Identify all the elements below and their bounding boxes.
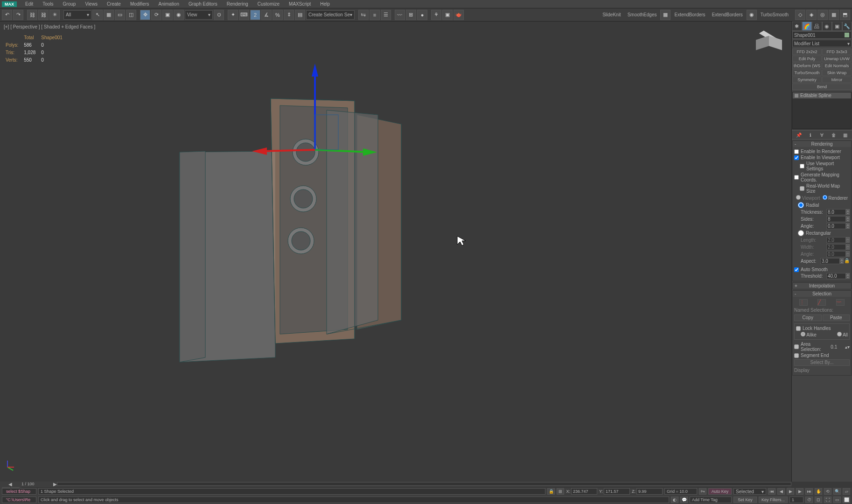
tab-create[interactable]: ✱ xyxy=(792,21,802,31)
radial-radio[interactable] xyxy=(798,202,804,208)
mod-edit-poly[interactable]: Edit Poly xyxy=(792,56,822,62)
tab-utilities[interactable]: 🔧 xyxy=(842,21,852,31)
undo-button[interactable]: ↶ xyxy=(2,10,12,20)
render-frame-button[interactable]: ▣ xyxy=(442,10,453,20)
mod-ffd-2x2x2[interactable]: FFD 2x2x2 xyxy=(792,49,822,55)
script-extendborders[interactable]: ExtendBorders xyxy=(671,12,708,17)
nav-arc-icon[interactable]: ⟲ xyxy=(824,488,831,495)
spinner-snap-button[interactable]: ⇕ xyxy=(284,10,294,20)
tool-icon-d[interactable]: ▦ xyxy=(829,10,839,20)
material-editor-button[interactable]: ● xyxy=(417,10,427,20)
thickness-spinner[interactable]: 8.0 xyxy=(826,209,846,215)
key-target-dropdown[interactable]: Selected▾ xyxy=(733,488,766,495)
snap-angle-button[interactable]: ∡ xyxy=(261,10,272,20)
y-coord-field[interactable]: 171.57 xyxy=(604,488,630,495)
edit-named-sel-button[interactable]: ▤ xyxy=(295,10,305,20)
mod-skin-wrap[interactable]: Skin Wrap xyxy=(822,70,852,76)
mod-edit-normals[interactable]: Edit Normals xyxy=(822,63,852,69)
tab-motion[interactable]: ◉ xyxy=(822,21,832,31)
unlink-button[interactable]: ⛓̷ xyxy=(38,10,49,20)
scale-button[interactable]: ▣ xyxy=(162,10,173,20)
absolute-relative-icon[interactable]: ⊞ xyxy=(557,488,564,495)
maxscript-mini-listener[interactable]: select $Shap xyxy=(2,488,36,495)
lock-selection-icon[interactable]: 🔒 xyxy=(547,488,555,495)
script-smoothedges[interactable]: SmoothEdges xyxy=(625,12,660,17)
script-slideknit[interactable]: SlideKnit xyxy=(600,12,623,17)
ref-coord-button[interactable]: ◉ xyxy=(174,10,184,20)
menu-views[interactable]: Views xyxy=(80,0,102,7)
auto-smooth-check[interactable] xyxy=(794,267,799,272)
move-button[interactable]: ✥ xyxy=(140,10,150,20)
key-filters-button[interactable]: Key Filters... xyxy=(759,497,788,503)
show-end-result-icon[interactable]: ℹ xyxy=(807,132,814,138)
copy-selection-button[interactable]: Copy xyxy=(794,315,822,321)
mod-thdeform[interactable]: thDeform (WS xyxy=(792,63,822,69)
schematic-view-button[interactable]: ⊞ xyxy=(406,10,416,20)
comm-center-icon[interactable]: 💬 xyxy=(680,497,688,503)
menu-animation[interactable]: Animation xyxy=(154,0,183,7)
rollout-rendering-header[interactable]: -Rendering xyxy=(793,141,851,147)
isolate-icon[interactable]: ◐ xyxy=(671,497,678,503)
snap-percent-button[interactable]: % xyxy=(272,10,283,20)
enable-in-viewport-check[interactable] xyxy=(794,155,799,160)
tool-icon-e[interactable]: ⬒ xyxy=(840,10,850,20)
next-frame-icon[interactable]: ▶ xyxy=(796,488,803,495)
pivot-center-button[interactable]: ⊙ xyxy=(214,10,224,20)
renderer-radio[interactable] xyxy=(823,195,827,200)
make-unique-icon[interactable]: ∀ xyxy=(818,132,826,138)
align-button[interactable]: ≡ xyxy=(370,10,380,20)
paste-selection-button[interactable]: Paste xyxy=(823,315,850,321)
use-viewport-settings-check[interactable] xyxy=(800,164,804,168)
render-setup-button[interactable]: ⚘ xyxy=(431,10,441,20)
z-coord-field[interactable]: 9.99 xyxy=(636,488,663,495)
snap-2d-button[interactable]: 2 xyxy=(250,10,260,20)
rollout-selection-header[interactable]: -Selection xyxy=(793,291,851,297)
keyboard-shortcut-button[interactable]: ⌨ xyxy=(239,10,249,20)
menu-tools[interactable]: Tools xyxy=(38,0,58,7)
segment-subobj-button[interactable]: ╱ xyxy=(817,299,826,306)
ref-coord-dropdown[interactable]: View▾ xyxy=(185,10,213,20)
menu-help[interactable]: Help xyxy=(315,0,335,7)
menu-create[interactable]: Create xyxy=(102,0,126,7)
tab-modify[interactable]: 🌈 xyxy=(802,21,812,31)
vertex-subobj-button[interactable]: ⋮ xyxy=(799,299,808,306)
tool-icon-a[interactable]: ◇ xyxy=(795,10,805,20)
mod-symmetry[interactable]: Symmetry xyxy=(792,77,822,83)
modifier-list-dropdown[interactable]: Modifier List▾ xyxy=(792,40,852,47)
tab-hierarchy[interactable]: 品 xyxy=(812,21,822,31)
nav-zoom-all-icon[interactable]: ⊡ xyxy=(815,497,822,503)
mod-unwrap-uvw[interactable]: Unwrap UVW xyxy=(822,56,852,62)
link-button[interactable]: ⛓ xyxy=(27,10,37,20)
perspective-viewport[interactable]: [+] [ Perspective ] [ Shaded + Edged Fac… xyxy=(0,21,791,482)
menu-edit[interactable]: Edit xyxy=(21,0,38,7)
time-slider[interactable]: ◀ 1 / 100 ▶ xyxy=(0,482,791,486)
mod-bend[interactable]: Bend xyxy=(792,84,852,90)
spline-subobj-button[interactable]: 〰 xyxy=(836,299,845,306)
goto-start-icon[interactable]: ⏮ xyxy=(768,488,775,495)
layers-button[interactable]: ☰ xyxy=(381,10,391,20)
pin-stack-icon[interactable]: 📌 xyxy=(795,132,803,138)
script-icon-1[interactable]: ▦ xyxy=(660,10,670,20)
select-object-button[interactable]: ↖ xyxy=(92,10,103,20)
x-coord-field[interactable]: 236.747 xyxy=(571,488,597,495)
aspect-lock-icon[interactable]: 🔒 xyxy=(844,258,850,264)
play-icon[interactable]: ▶ xyxy=(787,488,794,495)
named-selection-dropdown[interactable]: Create Selection Se▾ xyxy=(306,10,355,20)
mod-mirror[interactable]: Mirror xyxy=(822,77,852,83)
manipulate-button[interactable]: ✦ xyxy=(228,10,238,20)
menu-rendering[interactable]: Rendering xyxy=(222,0,253,7)
add-time-tag[interactable]: Add Time Tag xyxy=(690,497,732,503)
set-key-button[interactable]: Set Key xyxy=(733,497,757,503)
maxscript-output[interactable]: "C:\Users\Re xyxy=(2,497,36,503)
nav-zoom-icon[interactable]: 🔍 xyxy=(833,488,841,495)
nav-pan-icon[interactable]: ✋ xyxy=(815,488,822,495)
render-button[interactable]: 🫖 xyxy=(454,10,464,20)
window-crossing-button[interactable]: ◫ xyxy=(126,10,136,20)
menu-modifiers[interactable]: Modifiers xyxy=(126,0,154,7)
auto-key-button[interactable]: Auto Key xyxy=(708,488,732,495)
nav-max-icon[interactable]: ⬜ xyxy=(843,497,850,503)
script-icon-2[interactable]: ◉ xyxy=(747,10,757,20)
threshold-spinner[interactable]: 40.0 xyxy=(826,273,846,279)
sides-spinner[interactable]: 8 xyxy=(826,216,846,222)
stack-item-editable-spline[interactable]: Editable Spline xyxy=(793,92,851,98)
